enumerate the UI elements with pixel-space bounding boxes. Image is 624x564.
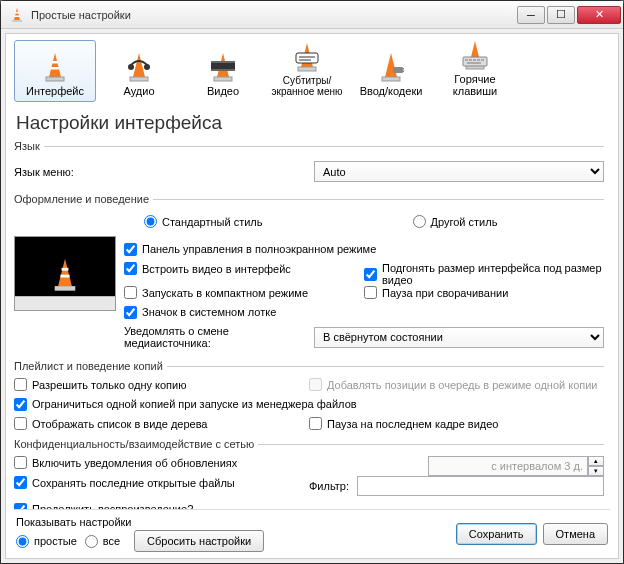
minimize-button[interactable]: ─ [517,6,545,24]
app-icon [9,7,25,23]
svg-rect-25 [401,68,404,70]
close-button[interactable]: ✕ [577,6,621,24]
chk-pause-min[interactable]: Пауза при сворачивании [364,286,604,299]
svg-rect-3 [15,15,20,17]
cone-plug-icon [377,51,405,83]
svg-rect-38 [62,267,69,270]
svg-marker-8 [133,53,145,77]
svg-rect-1 [12,20,22,22]
radio-all[interactable]: все [85,535,120,548]
group-playlist: Плейлист и поведение копий Разрешить тол… [14,360,604,434]
lang-label: Язык меню: [14,166,314,178]
svg-rect-7 [51,67,59,70]
category-tabs: Интерфейс Аудио Видео Субтитры/экранное … [14,40,610,102]
svg-rect-39 [60,274,69,277]
chk-fullscreen-panel[interactable]: Панель управления в полноэкранном режиме [124,243,376,256]
filter-input[interactable] [357,476,604,496]
preview-thumbnail [14,236,116,311]
svg-rect-16 [211,69,235,71]
cone-film-icon [209,51,237,83]
svg-marker-22 [385,53,397,77]
radio-other-style[interactable]: Другой стиль [413,215,498,228]
tab-subtitles[interactable]: Субтитры/экранное меню [266,40,348,102]
chk-queue: Добавлять позиции в очередь в режиме одн… [309,378,604,391]
svg-marker-0 [14,8,20,20]
svg-rect-29 [463,57,487,66]
interval-spinner[interactable]: ▴▾ [428,456,604,476]
svg-rect-9 [130,77,148,81]
svg-rect-30 [465,59,468,61]
radio-standard-style[interactable]: Стандартный стиль [144,215,263,228]
chk-fit-size[interactable]: Подгонять размер интерфейса под размер в… [364,262,604,286]
chk-embed-video[interactable]: Встроить видео в интерфейс [124,262,364,275]
scroll-area[interactable]: Язык Язык меню: Auto Оформление и поведе… [14,140,610,509]
save-button[interactable]: Сохранить [456,523,537,545]
settings-window: Простые настройки ─ ☐ ✕ Интерфейс Аудио … [0,0,624,564]
tab-interface[interactable]: Интерфейс [14,40,96,102]
chk-recent[interactable]: Сохранять последние открытые файлы [14,476,309,489]
chk-compact[interactable]: Запускать в компактном режиме [124,286,364,299]
page-title: Настройки интерфейса [16,112,610,134]
notify-select[interactable]: В свёрнутом состоянии [314,327,604,348]
svg-rect-5 [46,77,64,81]
chk-one-copy[interactable]: Разрешить только одну копию [14,378,309,391]
cone-headphones-icon [125,51,153,83]
tab-codecs[interactable]: Ввод/кодеки [350,40,432,102]
svg-rect-33 [477,59,480,61]
cancel-button[interactable]: Отмена [543,523,608,545]
chk-updates[interactable]: Включить уведомления об обновлениях [14,456,428,469]
show-settings-label: Показывать настройки [16,516,264,528]
svg-rect-15 [211,61,235,63]
chk-tray[interactable]: Значок в системном лотке [124,306,276,319]
notify-label: Уведомлять о смене медиаисточника: [124,325,314,349]
svg-rect-13 [214,77,232,81]
chk-last-pause[interactable]: Пауза на последнем кадре видео [309,417,604,430]
radio-simple[interactable]: простые [16,535,77,548]
chk-filemgr[interactable]: Ограничиться одной копией при запуске из… [14,398,357,411]
cone-subtitle-icon [293,41,321,73]
content-area: Интерфейс Аудио Видео Субтитры/экранное … [5,33,619,559]
maximize-button[interactable]: ☐ [547,6,575,24]
tab-hotkeys[interactable]: Горячие клавиши [434,40,516,102]
chk-tree[interactable]: Отображать список в виде дерева [14,417,309,430]
svg-point-11 [144,64,150,70]
svg-rect-24 [393,67,403,73]
svg-rect-26 [401,71,404,73]
svg-point-10 [128,64,134,70]
reset-button[interactable]: Сбросить настройки [134,530,264,552]
cone-keyboard-icon [461,39,489,71]
svg-rect-23 [382,77,400,81]
lang-select[interactable]: Auto [314,161,604,182]
svg-rect-31 [469,59,472,61]
window-title: Простые настройки [31,9,515,21]
group-privacy: Конфиденциальность/взаимодействие с сеть… [14,438,604,509]
svg-rect-34 [481,59,484,61]
svg-rect-37 [55,286,76,291]
tab-video[interactable]: Видео [182,40,264,102]
svg-rect-6 [52,61,58,64]
group-language: Язык Язык меню: Auto [14,140,604,189]
svg-rect-32 [473,59,476,61]
titlebar: Простые настройки ─ ☐ ✕ [1,1,623,29]
footer: Показывать настройки простые все Сбросит… [14,509,610,558]
filter-label: Фильтр: [309,480,349,492]
group-look: Оформление и поведение Стандартный стиль… [14,193,604,356]
svg-rect-18 [298,67,316,71]
svg-marker-4 [49,53,61,77]
tab-audio[interactable]: Аудио [98,40,180,102]
cone-icon [41,51,69,83]
svg-rect-35 [467,62,481,64]
svg-marker-36 [58,258,72,285]
svg-rect-2 [15,12,19,14]
svg-rect-19 [296,53,318,63]
